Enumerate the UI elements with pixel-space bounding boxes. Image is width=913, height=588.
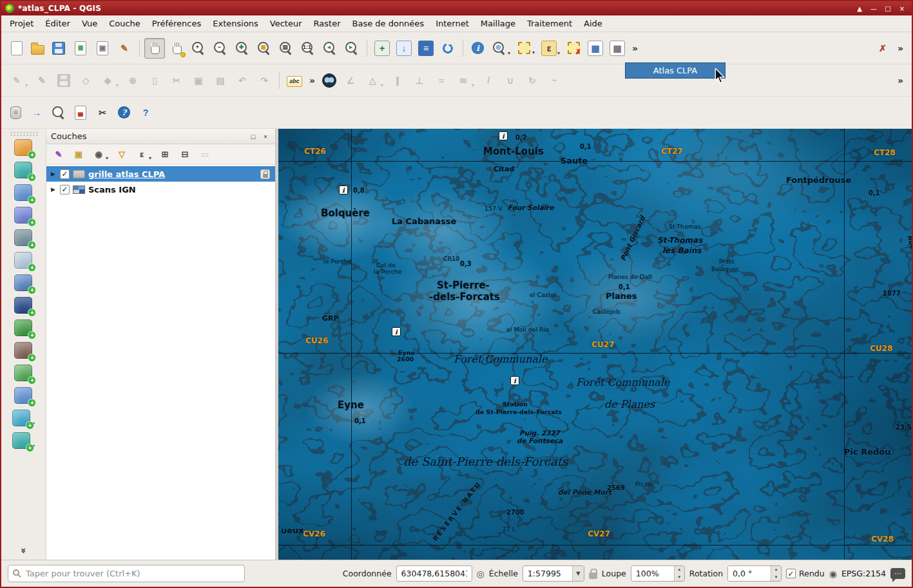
zoom-last-button[interactable]: ◂ [320,38,340,59]
spin-down-icon[interactable]: ▾ [771,574,781,582]
rotation-input[interactable] [728,566,771,581]
menu-extensions[interactable]: Extensions [207,16,264,31]
expand-all-button[interactable]: ⊞ [156,146,174,164]
rotation-spinner[interactable]: ▴ ▾ [771,566,781,581]
spin-up-icon[interactable]: ▴ [771,566,781,574]
menu-couche[interactable]: Couche [103,16,146,31]
new-map-view-button[interactable]: + [372,38,392,59]
magnifier-input[interactable] [631,566,674,581]
panel-close-button[interactable]: × [260,131,271,142]
minimize-button[interactable]: — [868,4,879,14]
filter-legend-button[interactable]: ▽ [113,146,131,164]
add-wfs-layer-button[interactable]: + [14,365,32,381]
zoom-full-extent-button[interactable]: ✚ [232,38,253,59]
menu-pr-f-rences[interactable]: Préférences [146,16,207,31]
map-canvas[interactable]: CT26CT27CT28CU26CU27CU28CV26CV27CV28iiii… [278,129,912,560]
toolbar-overflow-chevron[interactable]: » [629,43,641,53]
scale-lock-icon[interactable] [589,573,597,579]
menu-traitement[interactable]: Traitement [521,16,578,31]
whats-this-button[interactable]: ? [135,102,156,123]
temporal-controller-button[interactable]: ↓ [394,38,414,59]
menu-vecteur[interactable]: Vecteur [264,16,308,31]
osm-place-search-button[interactable] [320,71,339,90]
zoom-in-button[interactable]: + [188,38,209,59]
spin-up-icon[interactable]: ▴ [675,566,684,574]
add-group-button[interactable]: ▣ [70,146,88,164]
layer-labeling-button[interactable]: abc [284,71,305,90]
shade-button[interactable]: ▲ [854,4,865,14]
toolbar-overflow-chevron[interactable]: » [894,75,907,86]
dock-drag-handle[interactable] [10,131,38,137]
zoom-native-resolution-button[interactable]: 1:1 [298,38,318,59]
pan-map-button[interactable] [144,38,165,59]
maximize-button[interactable]: □ [882,4,894,14]
new-project-button[interactable] [6,38,27,59]
add-delimited-text-layer-button[interactable]: + [14,229,32,246]
collapse-all-button[interactable]: ⊟ [176,146,194,164]
add-mesh-layer-button[interactable]: + [14,207,32,223]
search-features-button[interactable]: ◎▾ [489,38,513,59]
add-raster-layer-button[interactable]: + [14,184,32,201]
layer-visibility-checkbox[interactable]: ✓ [60,169,70,179]
crs-status[interactable]: EPSG:2154 [841,569,886,578]
style-manager-button[interactable]: ✎ [114,38,135,59]
zoom-next-button[interactable]: ▸ [341,38,362,59]
menu-raster[interactable]: Raster [308,16,347,31]
menu-internet[interactable]: Internet [430,16,475,31]
zoom-to-selection-button[interactable]: ▣ [254,38,274,59]
filter-by-expression-button[interactable]: ε▾ [133,146,154,164]
spin-down-icon[interactable]: ▾ [675,574,684,582]
add-mssql-layer-button[interactable]: + [14,297,32,314]
clipper-tool-button[interactable]: ✂ [92,102,113,123]
plugin-tools-button[interactable]: ✗ [872,38,893,59]
select-features-button[interactable]: ▾ [514,38,537,58]
coordinate-input[interactable] [396,565,472,582]
messages-icon[interactable]: ⋯ [890,568,905,579]
scale-dropdown-button[interactable]: ▼ [572,566,584,581]
layer-visibility-checkbox[interactable]: ✓ [60,185,70,194]
open-project-button[interactable] [28,39,47,57]
layer-row-scans-ign[interactable]: ▶✓Scans IGN [46,182,275,197]
manage-map-themes-button[interactable]: ◉▾ [90,146,111,164]
data-source-manager-button[interactable]: + [14,139,32,156]
select-by-expression-button[interactable]: ε▾ [539,38,562,59]
open-layer-styling-button[interactable]: ✎ [50,146,68,164]
menu-aide[interactable]: Aide [578,16,608,31]
menu-base-de-donn-es[interactable]: Base de données [347,16,430,31]
zoom-to-layer-button[interactable]: ▤ [276,38,296,59]
close-button[interactable]: × [896,4,908,14]
magnifier-spinner[interactable]: ▴ ▾ [674,566,684,581]
help-contents-button[interactable]: ? [114,102,134,122]
identify-features-button[interactable]: i [468,38,488,58]
save-project-button[interactable] [48,38,69,59]
expand-caret-icon[interactable]: ▶ [50,186,57,193]
pan-to-selection-button[interactable] [166,38,187,59]
menu-maillage[interactable]: Maillage [475,16,521,31]
zoom-out-button[interactable]: − [210,38,231,59]
search-layers-button[interactable] [48,102,69,123]
add-arcgis-rest-layer-button[interactable]: + [14,387,32,404]
refresh-map-button[interactable] [437,38,458,59]
db-manager-button[interactable]: ≡ [6,102,25,123]
render-checkbox[interactable]: ✓ [786,569,796,578]
spatial-bookmarks-button[interactable]: ≡ [416,38,436,59]
panel-float-button[interactable]: □ [248,131,258,142]
sync-plugin-button[interactable]: → [26,102,47,123]
expand-caret-icon[interactable]: ▶ [50,171,57,177]
add-wms-layer-button[interactable]: + [14,319,32,336]
export-atlas-pdf-button[interactable]: ▄ [70,102,91,123]
menu-projet[interactable]: Projet [4,16,39,31]
add-wcs-layer-button[interactable]: + [14,342,32,359]
titlebar[interactable]: *atlas_CLPA - QGIS ▲—□× [1,1,912,15]
extents-toggle-icon[interactable]: ◎ [477,569,485,578]
add-spatialite-layer-button[interactable]: + [14,274,32,291]
menu-vue[interactable]: Vue [76,16,103,31]
open-attribute-table-button[interactable]: ▦ [585,38,606,59]
deselect-features-button[interactable]: ✗ [564,38,584,58]
dock-overflow-chevron[interactable]: » [18,547,28,553]
toolbar-overflow-chevron[interactable]: » [306,75,318,86]
layout-manager-button[interactable]: ▣ [92,38,113,59]
new-print-layout-button[interactable]: ≣ [70,38,91,59]
locator-search-input[interactable] [8,565,245,582]
layer-row-grille-atlas-clpa[interactable]: ▶✓grille atlas CLPA [46,166,275,182]
